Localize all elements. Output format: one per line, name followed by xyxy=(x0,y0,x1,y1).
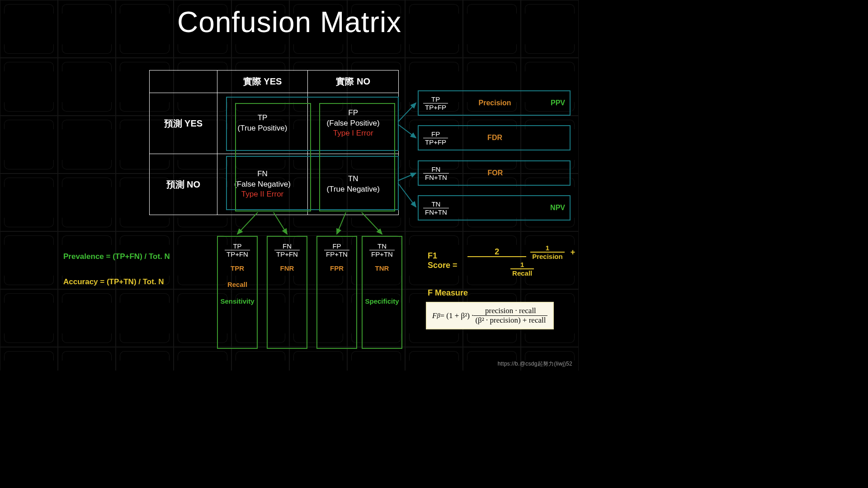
tpr-abbr: TPR xyxy=(218,264,257,272)
fpr-abbr: FPR xyxy=(317,264,356,272)
col-highlight-actual-yes xyxy=(235,103,311,211)
row-metric-precision: TPTP+FP Precision PPV xyxy=(418,90,571,116)
f1-score-formula: F1 Score = 2 1Precision + 1Recall xyxy=(428,244,579,277)
col-highlight-actual-no xyxy=(319,103,395,211)
f1-label: F1 Score = xyxy=(428,251,461,270)
precision-label: Precision xyxy=(456,99,533,107)
svg-line-3 xyxy=(398,183,416,207)
svg-line-0 xyxy=(398,103,416,122)
precision-fraction: TPTP+FP xyxy=(423,95,448,111)
tpr-fraction: TPTP+FN xyxy=(225,242,250,258)
watermark-text: https://b.@csdg起努力(liwj)52 xyxy=(498,360,572,368)
tnr-alt-specificity: Specificity xyxy=(363,297,401,305)
fnr-abbr: FNR xyxy=(268,264,307,272)
f1-plus: + xyxy=(571,248,576,257)
svg-line-2 xyxy=(398,173,416,181)
tnr-fraction: TNFP+TN xyxy=(369,242,395,258)
tnr-abbr: TNR xyxy=(363,264,401,272)
f1-numerator: 2 xyxy=(467,247,526,257)
col-header-actual-no: 實際 NO xyxy=(308,70,399,93)
fbeta-fraction: precision · recall (β² · precision) + re… xyxy=(473,306,547,325)
f-measure-label: F Measure xyxy=(428,288,468,298)
accuracy-formula: Accuracy = (TP+TN) / Tot. N xyxy=(63,277,164,286)
svg-line-5 xyxy=(274,212,287,234)
f1-denominator-left: 1Precision xyxy=(530,244,565,261)
tnr-alt-blank xyxy=(363,281,401,288)
corner-cell xyxy=(150,70,217,93)
prevalence-formula: Prevalence = (TP+FN) / Tot. N xyxy=(63,252,170,261)
for-fraction: FNFN+TN xyxy=(423,165,449,181)
fdr-label: FDR xyxy=(456,134,533,142)
row-header-predicted-no: 預測 NO xyxy=(150,154,217,215)
tpr-alt-sensitivity: Sensitivity xyxy=(218,297,257,305)
svg-line-6 xyxy=(337,212,346,234)
npv-label: NPV xyxy=(533,204,565,212)
svg-line-1 xyxy=(398,124,416,138)
row-metric-for: FNFN+TN FOR xyxy=(418,160,571,186)
row-metric-npv: TNFN+TN NPV xyxy=(418,195,571,221)
row-header-predicted-yes: 預測 YES xyxy=(150,93,217,154)
svg-line-4 xyxy=(237,212,258,234)
page-title: Confusion Matrix xyxy=(0,5,579,39)
fbeta-eq: = (1 + β²) · xyxy=(440,311,473,320)
fbeta-lhs: F xyxy=(432,311,437,320)
fnr-fraction: FNTP+FN xyxy=(274,242,300,258)
svg-line-7 xyxy=(362,212,382,234)
row-metric-fdr: FPTP+FP FDR xyxy=(418,125,571,150)
ppv-label: PPV xyxy=(533,99,565,107)
npv-fraction: TNFN+TN xyxy=(423,200,449,216)
for-label: FOR xyxy=(457,169,533,177)
col-metric-tnr: TNFP+TN TNR Specificity xyxy=(362,236,402,349)
col-metric-tpr: TPTP+FN TPR Recall Sensitivity xyxy=(217,236,258,349)
col-metric-fnr: FNTP+FN FNR xyxy=(267,236,307,349)
col-metric-fpr: FPFP+TN FPR xyxy=(316,236,357,349)
col-header-actual-yes: 實際 YES xyxy=(217,70,308,93)
fbeta-sub: β xyxy=(437,312,440,319)
tpr-alt-recall: Recall xyxy=(218,281,257,288)
f-measure-formula: Fβ = (1 + β²) · precision · recall (β² ·… xyxy=(426,302,554,329)
fdr-fraction: FPTP+FP xyxy=(423,130,448,146)
f1-denominator-right: 1Recall xyxy=(510,261,534,277)
fpr-fraction: FPFP+TN xyxy=(324,242,349,258)
